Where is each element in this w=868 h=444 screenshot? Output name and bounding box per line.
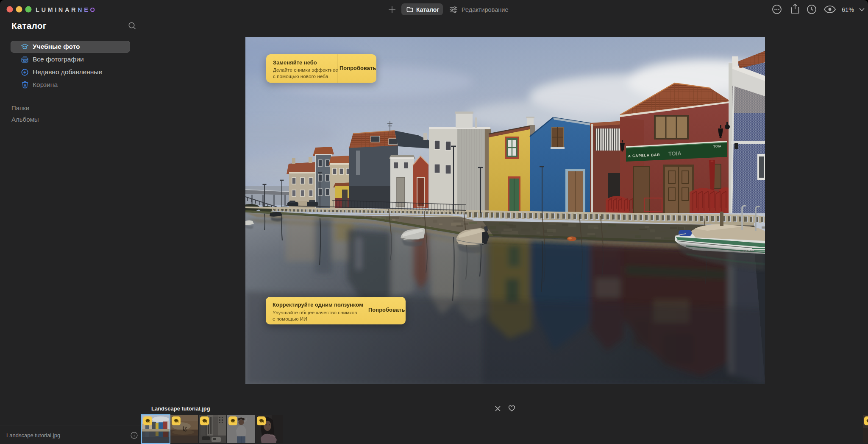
svg-text:TOIA: TOIA	[713, 144, 721, 148]
svg-text:TOIA: TOIA	[668, 150, 682, 157]
